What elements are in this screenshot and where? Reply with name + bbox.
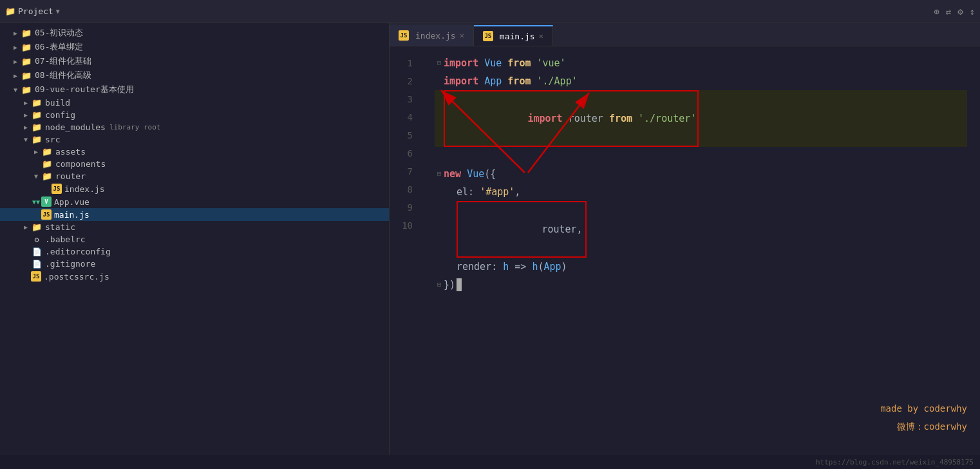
sidebar-label-components: components: [55, 159, 106, 169]
sidebar-label-09: 09-vue-router基本使用: [35, 84, 134, 95]
folder-icon-src: 📁: [31, 135, 42, 144]
settings-icon[interactable]: ⊕: [934, 6, 939, 17]
sidebar-item-main-js[interactable]: JS main.js: [0, 208, 389, 221]
sidebar-label-assets: assets: [55, 147, 86, 157]
js-icon-main-js: JS: [41, 209, 52, 220]
sidebar-item-build[interactable]: 📁 build: [0, 97, 389, 109]
folder-icon-router: 📁: [41, 171, 53, 181]
sidebar-item-assets[interactable]: 📁 assets: [0, 146, 389, 158]
sidebar-item-components[interactable]: 📁 components: [0, 158, 389, 170]
folder-icon-node-modules: 📁: [31, 122, 42, 132]
folder-icon-components: 📁: [41, 159, 53, 169]
arrow-src: [21, 136, 31, 143]
sidebar-item-router-index[interactable]: JS index.js: [0, 182, 389, 195]
tab-label-main: main.js: [500, 32, 535, 41]
sidebar-label-router: router: [55, 171, 86, 181]
sidebar-item-08[interactable]: 📁 08-组件化高级: [0, 68, 389, 82]
sidebar-item-src[interactable]: 📁 src: [0, 133, 389, 146]
split-icon[interactable]: ⇄: [946, 6, 951, 17]
watermark-line2: 微博：coderwhy: [880, 417, 967, 436]
close-icon[interactable]: ↕: [970, 6, 975, 17]
folder-icon-static: 📁: [31, 222, 42, 232]
sidebar-item-gitignore[interactable]: 📄 .gitignore: [0, 258, 389, 270]
fold-8: [435, 258, 444, 276]
js-tab-icon-main: JS: [483, 31, 493, 41]
config-icon-editorconfig: 📄: [31, 247, 42, 256]
code-line-2: import App from './App': [435, 72, 967, 90]
arrow-app-vue: ▼: [31, 198, 41, 206]
sidebar-label-node-modules: node_modules: [45, 122, 106, 132]
sidebar-label-build: build: [45, 98, 70, 108]
folder-icon-06b: 📁: [21, 43, 32, 52]
router-usage-box: router,: [457, 201, 587, 258]
config-icon-babelrc: ⚙: [31, 235, 42, 244]
tab-bar: JS index.js ✕ JS main.js ✕: [390, 23, 980, 46]
gear-icon[interactable]: ⚙: [957, 6, 963, 17]
sidebar-item-editorconfig[interactable]: 📄 .editorconfig: [0, 245, 389, 258]
url-text: https://blog.csdn.net/weixin_48958175: [816, 458, 974, 466]
tab-close-index[interactable]: ✕: [460, 31, 464, 40]
sidebar-item-06b[interactable]: 📁 06-表单绑定: [0, 40, 389, 54]
config-icon-gitignore: 📄: [31, 260, 42, 269]
sidebar-item-router[interactable]: 📁 router: [0, 170, 389, 182]
fold-1: ⊟: [435, 54, 444, 72]
sidebar-item-07[interactable]: 📁 07-组件化基础: [0, 54, 389, 68]
sidebar: 📁 05-初识动态 📁 06-表单绑定 📁 07-组件化基础 📁 08-组件化高…: [0, 23, 390, 455]
arrow-assets: [31, 148, 41, 155]
sidebar-label-editorconfig: .editorconfig: [45, 247, 111, 256]
sidebar-item-node-modules[interactable]: 📁 node_modules library root: [0, 121, 389, 133]
tab-index-js[interactable]: JS index.js ✕: [390, 25, 474, 46]
sidebar-item-babelrc[interactable]: ⚙ .babelrc: [0, 233, 389, 245]
project-label[interactable]: 📁 Project ▼: [5, 6, 60, 16]
sidebar-item-config[interactable]: 📁 config: [0, 109, 389, 121]
sidebar-label-src: src: [45, 135, 60, 144]
fold-2: [435, 72, 444, 90]
watermark: made by coderwhy 微博：coderwhy: [880, 399, 967, 436]
sidebar-label-06b: 06-表单绑定: [35, 41, 83, 53]
arrow-node-modules: [21, 124, 31, 131]
folder-icon-config: 📁: [31, 110, 42, 120]
code-editor: 1 2 3 4 5 6 7 8 9 10 ⊟ import Vue from '…: [390, 46, 980, 455]
sidebar-label-06: 05-初识动态: [35, 27, 83, 39]
fold-4: [435, 147, 444, 165]
arrow-06b: [10, 44, 21, 51]
sidebar-item-06[interactable]: 📁 05-初识动态: [0, 26, 389, 40]
js-tab-icon-index: JS: [399, 30, 409, 41]
folder-icon-09: 📁: [21, 85, 32, 95]
arrow-config: [21, 111, 31, 119]
folder-icon-08: 📁: [21, 71, 32, 81]
arrow-router: [31, 173, 41, 180]
fold-5: ⊟: [435, 165, 444, 183]
arrow-build: [21, 99, 31, 106]
import-router-box: import router from './router': [444, 90, 699, 147]
code-line-3: import router from './router': [435, 90, 967, 147]
sidebar-label-postcssrc: .postcssrc.js: [44, 272, 109, 282]
sidebar-label-gitignore: .gitignore: [45, 259, 95, 269]
sidebar-item-static[interactable]: 📁 static: [0, 221, 389, 233]
lib-label: library root: [109, 123, 160, 131]
tab-main-js[interactable]: JS main.js ✕: [474, 25, 553, 46]
tab-close-main[interactable]: ✕: [539, 32, 543, 41]
sidebar-label-babelrc: .babelrc: [45, 235, 86, 244]
code-line-4: [435, 147, 967, 165]
code-line-9: ⊟ }): [435, 276, 967, 294]
editor-area: JS index.js ✕ JS main.js ✕ 1 2 3 4 5: [390, 23, 980, 455]
line-numbers: 1 2 3 4 5 6 7 8 9 10: [390, 46, 422, 455]
watermark-line1: made by coderwhy: [880, 399, 967, 417]
arrow-static: [21, 224, 31, 231]
sidebar-item-app-vue[interactable]: ▼ V App.vue: [0, 195, 389, 208]
sidebar-item-postcssrc[interactable]: JS .postcssrc.js: [0, 270, 389, 283]
sidebar-label-router-index: index.js: [64, 184, 105, 194]
top-bar: 📁 Project ▼ ⊕ ⇄ ⚙ ↕: [0, 0, 980, 23]
vue-icon-app-vue: V: [41, 196, 52, 207]
js-icon-postcssrc: JS: [31, 271, 41, 282]
fold-10: [435, 294, 444, 312]
fold-7: [435, 220, 444, 238]
sidebar-item-09[interactable]: 📁 09-vue-router基本使用: [0, 82, 389, 97]
arrow-06: [10, 30, 21, 37]
sidebar-label-app-vue: App.vue: [54, 197, 90, 207]
code-content[interactable]: ⊟ import Vue from 'vue' import App from …: [422, 46, 980, 455]
sidebar-label-main-js: main.js: [54, 210, 90, 220]
fold-9: ⊟: [435, 276, 444, 294]
code-line-1: ⊟ import Vue from 'vue': [435, 54, 967, 72]
